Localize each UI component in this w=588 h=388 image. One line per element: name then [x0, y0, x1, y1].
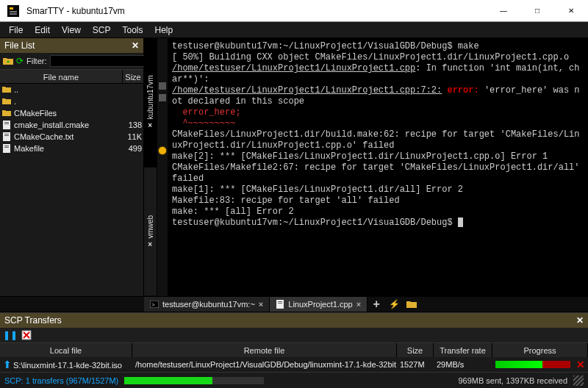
file-row[interactable]: ..: [0, 84, 143, 96]
folder-icon: [1, 97, 12, 106]
file-row[interactable]: Makefile499: [0, 143, 143, 154]
refresh-icon[interactable]: ⟳: [16, 55, 24, 67]
svg-rect-8: [4, 134, 9, 134]
file-list-body[interactable]: ...CMakeFilescmake_install.cmake138CMake…: [0, 84, 143, 296]
editor-tab[interactable]: LinuxProject1.cpp×: [270, 297, 368, 312]
terminal-area: ×kubuntu17vm×vmweb testuser@kubuntu17vm:…: [144, 38, 588, 296]
pause-icon[interactable]: ❚❚: [4, 329, 16, 341]
file-row[interactable]: CMakeFiles: [0, 107, 143, 119]
col-xfer-size[interactable]: Size: [397, 343, 434, 357]
menu-bar: File Edit View SCP Tools Help: [0, 22, 588, 38]
file-row[interactable]: cmake_install.cmake138: [0, 119, 143, 131]
transfer-row[interactable]: ⬆S:\linuxmint-17.1-kde-32bit.iso/home/te…: [0, 357, 588, 372]
file-list-columns: File name Size: [0, 69, 143, 84]
file-icon: [1, 132, 12, 141]
svg-rect-2: [10, 11, 17, 12]
action-bolt-icon[interactable]: ⚡: [385, 296, 403, 312]
file-name: cmake_install.cmake: [14, 121, 123, 129]
folder-icon: [1, 109, 12, 118]
scp-transfers-close-icon[interactable]: ✕: [576, 315, 584, 326]
editor-tab[interactable]: >testuser@kubuntu17vm:~×: [144, 297, 270, 312]
marker-icon: [159, 82, 166, 90]
svg-rect-5: [4, 122, 9, 123]
folder-icon: [1, 85, 12, 94]
new-tab-button[interactable]: +: [368, 296, 385, 312]
parent-folder-icon[interactable]: [3, 55, 13, 67]
menu-file[interactable]: File: [3, 24, 29, 37]
menu-tools[interactable]: Tools: [117, 24, 149, 37]
col-local-file[interactable]: Local file: [0, 343, 132, 357]
svg-rect-19: [278, 303, 282, 303]
cancel-transfer-icon[interactable]: ✕: [576, 359, 585, 370]
col-progress[interactable]: Progress: [492, 343, 588, 357]
svg-rect-17: [276, 300, 284, 309]
scp-transfers-panel: SCP Transfers ✕ ❚❚ Local file Remote fil…: [0, 312, 588, 372]
session-tabs-vertical: ×kubuntu17vm×vmweb: [144, 38, 157, 296]
file-list-close-icon[interactable]: ✕: [132, 40, 139, 51]
file-icon: [1, 144, 12, 153]
file-list-panel: File List ✕ ⟳ Filter: File name Size ...…: [0, 38, 144, 296]
close-icon[interactable]: ×: [259, 300, 263, 309]
resize-gripper-icon[interactable]: [573, 376, 584, 386]
svg-rect-9: [4, 135, 9, 136]
file-icon: [1, 121, 12, 129]
tab-label: testuser@kubuntu17vm:~: [162, 300, 255, 309]
status-progress: [124, 377, 264, 384]
terminal-gutter: [157, 38, 168, 296]
session-tab-label: kubuntu17vm: [146, 76, 154, 120]
file-size: 138: [123, 121, 143, 129]
file-list-title: File List: [4, 40, 35, 51]
file-row[interactable]: .: [0, 96, 143, 107]
file-name: ..: [14, 85, 123, 94]
filter-label: Filter:: [26, 57, 47, 65]
marker-icon: [159, 94, 166, 101]
file-name: Makefile: [14, 144, 123, 153]
session-tab-label: vmweb: [146, 215, 154, 238]
svg-rect-14: [159, 94, 166, 101]
svg-rect-12: [4, 147, 9, 148]
svg-rect-4: [3, 121, 10, 129]
col-xfer-rate[interactable]: Transfer rate: [434, 343, 492, 357]
col-filename[interactable]: File name: [0, 70, 123, 83]
menu-scp[interactable]: SCP: [87, 24, 117, 37]
menu-help[interactable]: Help: [149, 24, 179, 37]
col-remote-file[interactable]: Remote file: [132, 343, 397, 357]
svg-text:>: >: [151, 301, 155, 308]
transfer-rate: 29MB/s: [434, 360, 492, 369]
window-minimize-button[interactable]: —: [487, 0, 520, 22]
menu-edit[interactable]: Edit: [29, 24, 56, 37]
close-icon[interactable]: ×: [356, 300, 361, 309]
terminal-icon: >: [150, 300, 159, 309]
file-size: 499: [123, 144, 143, 153]
filter-input[interactable]: [50, 55, 156, 67]
file-name: CMakeCache.txt: [14, 132, 123, 141]
close-icon[interactable]: ×: [148, 240, 153, 248]
file-name: .: [14, 97, 123, 106]
clear-transfers-icon[interactable]: [21, 329, 32, 341]
svg-rect-7: [3, 132, 10, 141]
svg-rect-18: [278, 301, 282, 302]
status-text: SCP: 1 transfers (967M/1527M): [4, 376, 118, 385]
menu-view[interactable]: View: [56, 24, 87, 37]
transfer-size: 1527M: [397, 360, 434, 369]
editor-tab-bar: >testuser@kubuntu17vm:~×LinuxProject1.cp…: [0, 296, 588, 312]
close-icon[interactable]: ×: [148, 121, 153, 129]
window-close-button[interactable]: ✕: [554, 0, 588, 22]
col-size[interactable]: Size: [123, 70, 143, 83]
sun-icon: [159, 147, 166, 154]
session-tab[interactable]: ×vmweb: [144, 168, 157, 297]
window-title: SmarTTY - kubuntu17vm: [26, 6, 487, 16]
transfer-progress: [495, 361, 570, 368]
file-row[interactable]: CMakeCache.txt11K: [0, 131, 143, 143]
local-file: ⬆S:\linuxmint-17.1-kde-32bit.iso: [0, 359, 132, 370]
status-bytes: 969MB sent, 1397KB received: [458, 376, 567, 385]
file-icon: [276, 300, 284, 309]
open-folder-icon[interactable]: [403, 296, 420, 312]
svg-rect-10: [3, 144, 10, 153]
scp-transfers-title: SCP Transfers: [4, 315, 62, 326]
remote-file: /home/testuser/LinuxProject1/VisualGDB/D…: [132, 360, 397, 369]
terminal-output[interactable]: testuser@kubuntu17vm:~/LinuxProject1/Vis…: [168, 38, 588, 296]
session-tab[interactable]: ×kubuntu17vm: [144, 38, 157, 168]
window-maximize-button[interactable]: □: [520, 0, 554, 22]
window-titlebar: SmarTTY - kubuntu17vm — □ ✕: [0, 0, 588, 22]
